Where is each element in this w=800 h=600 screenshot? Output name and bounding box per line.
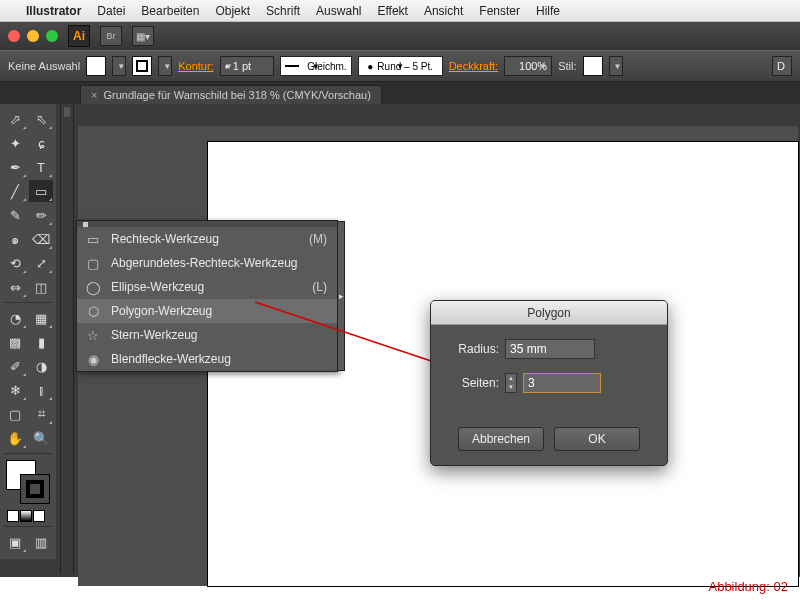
panel-dock-strip[interactable] bbox=[60, 104, 74, 574]
arrange-docs-button[interactable]: ▦▾ bbox=[132, 26, 154, 46]
graph-tool[interactable]: ⫿ bbox=[29, 379, 53, 401]
document-tabstrip: × Grundlage für Warnschild bei 318 % (CM… bbox=[0, 82, 800, 104]
menu-schrift[interactable]: Schrift bbox=[266, 4, 300, 18]
flyout-item-shortcut: (L) bbox=[312, 280, 327, 294]
bridge-button[interactable]: Br bbox=[100, 26, 122, 46]
menu-datei[interactable]: Datei bbox=[97, 4, 125, 18]
stroke-weight-field[interactable]: ♦1 pt▼ bbox=[220, 56, 274, 76]
ok-button[interactable]: OK bbox=[554, 427, 640, 451]
tools-panel: ⬀⬁ ✦ɕ ✒T ╱▭ ✎✏ ๑⌫ ⟲⤢ ⇔◫ ◔▦ ▩▮ ✐◑ ❄⫿ ▢⌗ ✋… bbox=[0, 104, 56, 559]
titlebar: Ai Br ▦▾ bbox=[0, 22, 800, 50]
scale-tool[interactable]: ⤢ bbox=[29, 252, 53, 274]
overflow-button[interactable]: D bbox=[772, 56, 792, 76]
hand-tool[interactable]: ✋ bbox=[3, 427, 27, 449]
traffic-lights bbox=[8, 30, 58, 42]
lasso-tool[interactable]: ɕ bbox=[29, 132, 53, 154]
menu-ansicht[interactable]: Ansicht bbox=[424, 4, 463, 18]
opacity-field[interactable]: 100%▼ bbox=[504, 56, 552, 76]
app-name[interactable]: Illustrator bbox=[26, 4, 81, 18]
flyout-item-shortcut: (M) bbox=[309, 232, 327, 246]
menu-bearbeiten[interactable]: Bearbeiten bbox=[141, 4, 199, 18]
selection-status: Keine Auswahl bbox=[8, 60, 80, 72]
eyedropper-tool[interactable]: ✐ bbox=[3, 355, 27, 377]
menu-fenster[interactable]: Fenster bbox=[479, 4, 520, 18]
gradient-tool[interactable]: ▮ bbox=[29, 331, 53, 353]
mesh-tool[interactable]: ▩ bbox=[3, 331, 27, 353]
stroke-swatch[interactable] bbox=[132, 56, 152, 76]
close-tab-icon[interactable]: × bbox=[91, 89, 97, 101]
flyout-item-stern-werkzeug[interactable]: ☆Stern-Werkzeug bbox=[77, 323, 337, 347]
flyout-item-label: Stern-Werkzeug bbox=[111, 328, 317, 342]
flyout-item-polygon-werkzeug[interactable]: ⬡Polygon-Werkzeug bbox=[77, 299, 337, 323]
menu-effekt[interactable]: Effekt bbox=[377, 4, 407, 18]
stroke-dropdown[interactable]: ▼ bbox=[158, 56, 172, 76]
flyout-item-ellipse-werkzeug[interactable]: ◯Ellipse-Werkzeug(L) bbox=[77, 275, 337, 299]
shape-tool-flyout: ▭Rechteck-Werkzeug(M)▢Abgerundetes-Recht… bbox=[76, 220, 338, 372]
opacity-label[interactable]: Deckkraft: bbox=[449, 60, 499, 72]
flyout-item-label: Polygon-Werkzeug bbox=[111, 304, 317, 318]
type-tool[interactable]: T bbox=[29, 156, 53, 178]
line-tool[interactable]: ╱ bbox=[3, 180, 27, 202]
flyout-item-abgerundetes-rechteck-werkzeug[interactable]: ▢Abgerundetes-Rechteck-Werkzeug bbox=[77, 251, 337, 275]
pencil-tool[interactable]: ✏ bbox=[29, 204, 53, 226]
sides-input[interactable] bbox=[523, 373, 601, 393]
minimize-window-button[interactable] bbox=[27, 30, 39, 42]
flyout-item-label: Rechteck-Werkzeug bbox=[111, 232, 299, 246]
brush-dropdown[interactable]: ●Rund – 5 Pt.▼ bbox=[358, 56, 443, 76]
tool-icon: ☆ bbox=[85, 328, 101, 343]
style-dropdown[interactable]: ▼ bbox=[609, 56, 623, 76]
eraser-tool[interactable]: ⌫ bbox=[29, 228, 53, 250]
flyout-item-label: Ellipse-Werkzeug bbox=[111, 280, 302, 294]
magic-wand-tool[interactable]: ✦ bbox=[3, 132, 27, 154]
sides-label: Seiten: bbox=[447, 376, 499, 390]
style-label: Stil: bbox=[558, 60, 576, 72]
fill-swatch[interactable] bbox=[86, 56, 106, 76]
flyout-item-blendflecke-werkzeug[interactable]: ◉Blendflecke-Werkzeug bbox=[77, 347, 337, 371]
paintbrush-tool[interactable]: ✎ bbox=[3, 204, 27, 226]
rectangle-tool[interactable]: ▭ bbox=[29, 180, 53, 202]
shape-builder-tool[interactable]: ◔ bbox=[3, 307, 27, 329]
artboard-tool[interactable]: ▢ bbox=[3, 403, 27, 425]
pen-tool[interactable]: ✒ bbox=[3, 156, 27, 178]
close-window-button[interactable] bbox=[8, 30, 20, 42]
sides-stepper[interactable]: ▲▼ bbox=[505, 373, 517, 393]
screen-mode-tool[interactable]: ▣ bbox=[3, 531, 27, 553]
zoom-tool[interactable]: 🔍 bbox=[29, 427, 53, 449]
free-transform-tool[interactable]: ◫ bbox=[29, 276, 53, 298]
direct-selection-tool[interactable]: ⬁ bbox=[29, 108, 53, 130]
symbol-sprayer-tool[interactable]: ❄ bbox=[3, 379, 27, 401]
document-tab-label: Grundlage für Warnschild bei 318 % (CMYK… bbox=[103, 89, 370, 101]
flyout-tearoff-handle[interactable]: ▸ bbox=[337, 221, 345, 371]
cancel-button[interactable]: Abbrechen bbox=[458, 427, 544, 451]
slice-tool[interactable]: ⌗ bbox=[29, 403, 53, 425]
stroke-box[interactable] bbox=[20, 474, 50, 504]
radius-label: Radius: bbox=[447, 342, 499, 356]
document-tab[interactable]: × Grundlage für Warnschild bei 318 % (CM… bbox=[80, 85, 382, 104]
width-tool[interactable]: ⇔ bbox=[3, 276, 27, 298]
flyout-item-rechteck-werkzeug[interactable]: ▭Rechteck-Werkzeug(M) bbox=[77, 227, 337, 251]
selection-tool[interactable]: ⬀ bbox=[3, 108, 27, 130]
style-swatch[interactable] bbox=[583, 56, 603, 76]
change-screen-tool[interactable]: ▥ bbox=[29, 531, 53, 553]
menu-objekt[interactable]: Objekt bbox=[215, 4, 250, 18]
stroke-profile-dropdown[interactable]: Gleichm.▼ bbox=[280, 56, 352, 76]
fill-dropdown[interactable]: ▼ bbox=[112, 56, 126, 76]
color-mode-swatches[interactable] bbox=[3, 510, 53, 522]
mac-menubar: Illustrator Datei Bearbeiten Objekt Schr… bbox=[0, 0, 800, 22]
rotate-tool[interactable]: ⟲ bbox=[3, 252, 27, 274]
tool-icon: ◯ bbox=[85, 280, 101, 295]
menu-hilfe[interactable]: Hilfe bbox=[536, 4, 560, 18]
dialog-title: Polygon bbox=[431, 301, 667, 325]
illustrator-logo-icon: Ai bbox=[68, 25, 90, 47]
tool-icon: ⬡ bbox=[85, 304, 101, 319]
fill-stroke-control[interactable] bbox=[6, 460, 50, 504]
blob-brush-tool[interactable]: ๑ bbox=[3, 228, 27, 250]
kontur-label[interactable]: Kontur: bbox=[178, 60, 213, 72]
blend-tool[interactable]: ◑ bbox=[29, 355, 53, 377]
radius-input[interactable] bbox=[505, 339, 595, 359]
flyout-item-label: Abgerundetes-Rechteck-Werkzeug bbox=[111, 256, 317, 270]
zoom-window-button[interactable] bbox=[46, 30, 58, 42]
perspective-tool[interactable]: ▦ bbox=[29, 307, 53, 329]
flyout-grip-icon bbox=[83, 222, 88, 227]
menu-auswahl[interactable]: Auswahl bbox=[316, 4, 361, 18]
